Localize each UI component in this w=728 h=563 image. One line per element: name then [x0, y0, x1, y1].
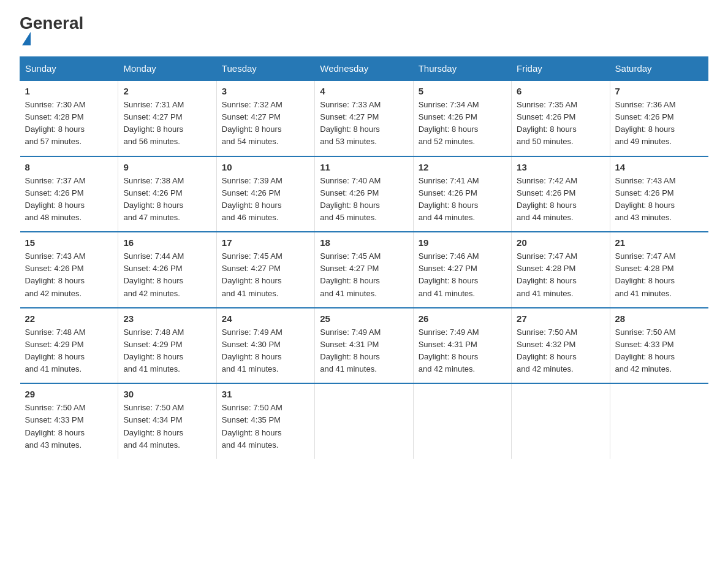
day-info: Sunrise: 7:46 AM Sunset: 4:27 PM Dayligh…	[419, 250, 506, 300]
day-number: 28	[615, 313, 703, 324]
day-number: 4	[320, 86, 408, 96]
logo-triangle-icon	[22, 32, 31, 45]
weekday-header-row: SundayMondayTuesdayWednesdayThursdayFrid…	[20, 57, 708, 81]
day-number: 6	[517, 86, 604, 96]
calendar-cell: 23 Sunrise: 7:48 AM Sunset: 4:29 PM Dayl…	[118, 308, 216, 384]
day-info: Sunrise: 7:41 AM Sunset: 4:26 PM Dayligh…	[419, 175, 506, 224]
calendar-cell: 6 Sunrise: 7:35 AM Sunset: 4:26 PM Dayli…	[512, 80, 610, 156]
day-info: Sunrise: 7:42 AM Sunset: 4:26 PM Dayligh…	[517, 175, 604, 224]
week-row-1: 1 Sunrise: 7:30 AM Sunset: 4:28 PM Dayli…	[20, 80, 708, 156]
weekday-header-saturday: Saturday	[610, 57, 708, 81]
calendar-cell: 27 Sunrise: 7:50 AM Sunset: 4:32 PM Dayl…	[512, 308, 610, 384]
day-number: 27	[517, 313, 604, 324]
day-info: Sunrise: 7:40 AM Sunset: 4:26 PM Dayligh…	[320, 175, 408, 224]
week-row-3: 15 Sunrise: 7:43 AM Sunset: 4:26 PM Dayl…	[20, 232, 708, 308]
day-info: Sunrise: 7:33 AM Sunset: 4:27 PM Dayligh…	[320, 99, 408, 148]
day-number: 31	[222, 389, 309, 399]
day-info: Sunrise: 7:45 AM Sunset: 4:27 PM Dayligh…	[320, 250, 408, 300]
calendar-cell: 24 Sunrise: 7:49 AM Sunset: 4:30 PM Dayl…	[216, 308, 314, 384]
day-number: 15	[25, 237, 113, 248]
day-info: Sunrise: 7:50 AM Sunset: 4:34 PM Dayligh…	[123, 402, 211, 451]
day-info: Sunrise: 7:43 AM Sunset: 4:26 PM Dayligh…	[25, 250, 113, 300]
day-info: Sunrise: 7:47 AM Sunset: 4:28 PM Dayligh…	[615, 250, 703, 300]
day-info: Sunrise: 7:50 AM Sunset: 4:32 PM Dayligh…	[517, 326, 604, 376]
calendar-cell: 13 Sunrise: 7:42 AM Sunset: 4:26 PM Dayl…	[512, 156, 610, 232]
day-number: 16	[123, 237, 211, 248]
calendar-cell: 29 Sunrise: 7:50 AM Sunset: 4:33 PM Dayl…	[20, 383, 118, 459]
day-info: Sunrise: 7:49 AM Sunset: 4:30 PM Dayligh…	[222, 326, 309, 376]
day-number: 14	[615, 162, 703, 172]
day-info: Sunrise: 7:38 AM Sunset: 4:26 PM Dayligh…	[123, 175, 211, 224]
calendar-cell: 17 Sunrise: 7:45 AM Sunset: 4:27 PM Dayl…	[216, 232, 314, 308]
day-number: 7	[615, 86, 703, 96]
calendar-cell: 3 Sunrise: 7:32 AM Sunset: 4:27 PM Dayli…	[216, 80, 314, 156]
calendar-cell: 10 Sunrise: 7:39 AM Sunset: 4:26 PM Dayl…	[216, 156, 314, 232]
day-number: 2	[123, 86, 211, 96]
calendar-cell: 2 Sunrise: 7:31 AM Sunset: 4:27 PM Dayli…	[118, 80, 216, 156]
calendar-cell	[315, 383, 413, 459]
logo: General	[20, 15, 83, 45]
day-number: 12	[419, 162, 506, 172]
day-number: 20	[517, 237, 604, 248]
day-number: 3	[222, 86, 309, 96]
calendar-cell: 26 Sunrise: 7:49 AM Sunset: 4:31 PM Dayl…	[413, 308, 511, 384]
calendar-cell: 19 Sunrise: 7:46 AM Sunset: 4:27 PM Dayl…	[413, 232, 511, 308]
day-info: Sunrise: 7:47 AM Sunset: 4:28 PM Dayligh…	[517, 250, 604, 300]
day-info: Sunrise: 7:48 AM Sunset: 4:29 PM Dayligh…	[123, 326, 211, 376]
calendar-table: SundayMondayTuesdayWednesdayThursdayFrid…	[20, 56, 708, 459]
day-number: 18	[320, 237, 408, 248]
day-info: Sunrise: 7:37 AM Sunset: 4:26 PM Dayligh…	[25, 175, 113, 224]
day-number: 9	[123, 162, 211, 172]
page-header: General	[20, 15, 708, 45]
day-number: 5	[419, 86, 506, 96]
calendar-cell: 5 Sunrise: 7:34 AM Sunset: 4:26 PM Dayli…	[413, 80, 511, 156]
weekday-header-thursday: Thursday	[413, 57, 511, 81]
calendar-cell: 9 Sunrise: 7:38 AM Sunset: 4:26 PM Dayli…	[118, 156, 216, 232]
week-row-2: 8 Sunrise: 7:37 AM Sunset: 4:26 PM Dayli…	[20, 156, 708, 232]
logo-blue-text	[20, 32, 31, 45]
calendar-cell: 11 Sunrise: 7:40 AM Sunset: 4:26 PM Dayl…	[315, 156, 413, 232]
calendar-cell: 21 Sunrise: 7:47 AM Sunset: 4:28 PM Dayl…	[610, 232, 708, 308]
day-number: 10	[222, 162, 309, 172]
day-info: Sunrise: 7:35 AM Sunset: 4:26 PM Dayligh…	[517, 99, 604, 148]
weekday-header-wednesday: Wednesday	[315, 57, 413, 81]
day-number: 1	[25, 86, 113, 96]
day-number: 17	[222, 237, 309, 248]
day-info: Sunrise: 7:31 AM Sunset: 4:27 PM Dayligh…	[123, 99, 211, 148]
day-number: 23	[123, 313, 211, 324]
day-info: Sunrise: 7:50 AM Sunset: 4:33 PM Dayligh…	[25, 402, 113, 451]
calendar-cell: 4 Sunrise: 7:33 AM Sunset: 4:27 PM Dayli…	[315, 80, 413, 156]
calendar-cell	[413, 383, 511, 459]
day-number: 21	[615, 237, 703, 248]
calendar-cell: 31 Sunrise: 7:50 AM Sunset: 4:35 PM Dayl…	[216, 383, 314, 459]
calendar-cell: 14 Sunrise: 7:43 AM Sunset: 4:26 PM Dayl…	[610, 156, 708, 232]
calendar-cell: 8 Sunrise: 7:37 AM Sunset: 4:26 PM Dayli…	[20, 156, 118, 232]
day-number: 25	[320, 313, 408, 324]
calendar-cell: 20 Sunrise: 7:47 AM Sunset: 4:28 PM Dayl…	[512, 232, 610, 308]
day-number: 11	[320, 162, 408, 172]
day-number: 30	[123, 389, 211, 399]
day-info: Sunrise: 7:45 AM Sunset: 4:27 PM Dayligh…	[222, 250, 309, 300]
calendar-cell: 12 Sunrise: 7:41 AM Sunset: 4:26 PM Dayl…	[413, 156, 511, 232]
calendar-cell: 28 Sunrise: 7:50 AM Sunset: 4:33 PM Dayl…	[610, 308, 708, 384]
day-info: Sunrise: 7:30 AM Sunset: 4:28 PM Dayligh…	[25, 99, 113, 148]
calendar-cell: 30 Sunrise: 7:50 AM Sunset: 4:34 PM Dayl…	[118, 383, 216, 459]
day-info: Sunrise: 7:32 AM Sunset: 4:27 PM Dayligh…	[222, 99, 309, 148]
calendar-cell: 16 Sunrise: 7:44 AM Sunset: 4:26 PM Dayl…	[118, 232, 216, 308]
day-number: 24	[222, 313, 309, 324]
day-info: Sunrise: 7:50 AM Sunset: 4:35 PM Dayligh…	[222, 402, 309, 451]
day-number: 19	[419, 237, 506, 248]
calendar-cell	[512, 383, 610, 459]
day-info: Sunrise: 7:36 AM Sunset: 4:26 PM Dayligh…	[615, 99, 703, 148]
calendar-cell: 25 Sunrise: 7:49 AM Sunset: 4:31 PM Dayl…	[315, 308, 413, 384]
calendar-cell	[610, 383, 708, 459]
day-number: 29	[25, 389, 113, 399]
day-info: Sunrise: 7:39 AM Sunset: 4:26 PM Dayligh…	[222, 175, 309, 224]
day-info: Sunrise: 7:34 AM Sunset: 4:26 PM Dayligh…	[419, 99, 506, 148]
calendar-cell: 22 Sunrise: 7:48 AM Sunset: 4:29 PM Dayl…	[20, 308, 118, 384]
day-number: 8	[25, 162, 113, 172]
day-info: Sunrise: 7:48 AM Sunset: 4:29 PM Dayligh…	[25, 326, 113, 376]
day-info: Sunrise: 7:49 AM Sunset: 4:31 PM Dayligh…	[320, 326, 408, 376]
day-number: 22	[25, 313, 113, 324]
calendar-cell: 18 Sunrise: 7:45 AM Sunset: 4:27 PM Dayl…	[315, 232, 413, 308]
